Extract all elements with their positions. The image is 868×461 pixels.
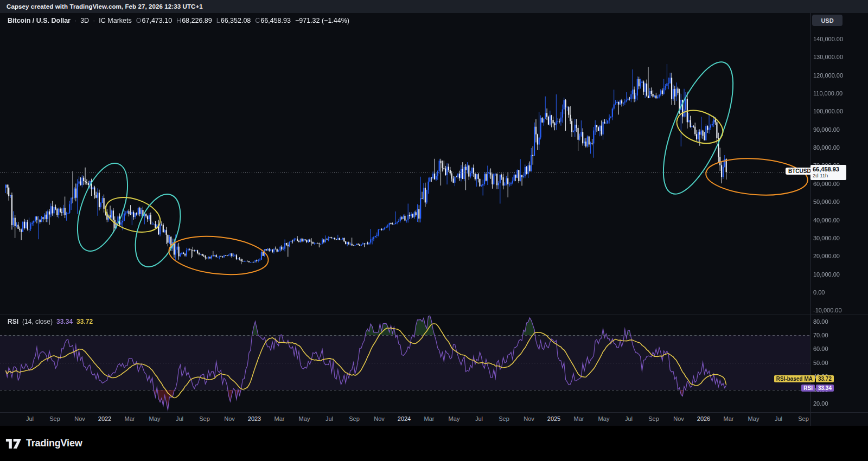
attribution-text: Capsey created with TradingView.com, Feb…	[7, 3, 203, 10]
rsi-pane-separator[interactable]	[0, 315, 868, 315]
rsi-axis-badge: RSI 33.34	[801, 385, 834, 392]
time-axis-month-label: Jul	[475, 415, 483, 422]
legend-separator: ·	[93, 17, 95, 24]
high-label: H	[176, 17, 181, 24]
time-axis-month-label: Nov	[374, 415, 385, 422]
rsi-tick: 20.00	[813, 400, 828, 407]
time-axis-month-label: Mar	[724, 415, 734, 422]
close-value: 66,458.93	[260, 17, 291, 24]
time-axis-month-label: Sep	[648, 415, 659, 422]
high-value: 68,226.89	[182, 17, 212, 24]
low-value: 66,352.08	[221, 17, 251, 24]
price-pane-canvas[interactable]	[0, 13, 810, 315]
time-axis-month-label: May	[598, 415, 610, 422]
rsi-tick: 60.00	[813, 345, 828, 352]
rsi-tick: 50.00	[813, 360, 828, 366]
current-price-value: 66,458.93	[813, 166, 844, 173]
rsi-tick: 80.00	[813, 318, 828, 325]
rsi-current-value: 33.34	[56, 318, 73, 325]
symbol-name[interactable]: Bitcoin / U.S. Dollar	[8, 17, 71, 24]
time-axis-month-label: May	[299, 415, 310, 422]
legend-separator: ·	[74, 17, 76, 24]
interval-label[interactable]: 3D	[80, 17, 89, 24]
time-axis[interactable]: JulSepNov2022MarMayJulSepNov2023MarMayJu…	[0, 412, 810, 426]
time-axis-month-label: Sep	[49, 415, 60, 422]
tradingview-glyph-icon	[5, 438, 22, 450]
time-axis-month-label: Jul	[176, 415, 183, 422]
rsi-ma-axis-badge: RSI-based MA 33.72	[774, 375, 834, 382]
open-value: 67,473.10	[142, 17, 173, 24]
close-label: C	[255, 17, 260, 24]
time-axis-month-label: Nov	[524, 415, 534, 422]
time-axis-month-label: Sep	[499, 415, 509, 422]
rsi-axis[interactable]: 80.0070.0060.0050.0040.0030.0020.00	[810, 0, 868, 426]
rsi-ma-badge-name: RSI-based MA	[774, 375, 815, 382]
rsi-ma-current-value: 33.72	[76, 318, 93, 325]
time-axis-month-label: Nov	[224, 415, 235, 422]
time-axis-month-label: Mar	[424, 415, 435, 422]
rsi-tick: 70.00	[813, 332, 828, 338]
time-axis-month-label: Sep	[798, 415, 809, 422]
change-value: −971.32 (−1.44%)	[295, 17, 349, 24]
chart-legend[interactable]: Bitcoin / U.S. Dollar · 3D · IC Markets …	[8, 17, 349, 24]
time-axis-month-label: Nov	[74, 415, 85, 422]
time-axis-month-label: Jul	[326, 415, 333, 422]
time-axis-month-label: Jul	[625, 415, 633, 422]
bottom-bar: TradingView	[0, 426, 868, 461]
price-line-symbol-tag: BTCUSD	[786, 168, 814, 175]
rsi-legend[interactable]: RSI (14, close) 33.34 33.72	[8, 318, 93, 325]
time-axis-month-label: May	[748, 415, 760, 422]
exchange-label[interactable]: IC Markets	[99, 17, 131, 24]
time-axis-month-label: Mar	[574, 415, 584, 422]
time-axis-month-label: Mar	[275, 415, 285, 422]
tradingview-logo[interactable]: TradingView	[5, 438, 82, 450]
time-axis-month-label: Sep	[349, 415, 360, 422]
time-axis-month-label: Nov	[673, 415, 684, 422]
open-label: O	[136, 17, 142, 24]
time-axis-month-label: Jul	[775, 415, 782, 422]
rsi-badge-name: RSI	[801, 385, 815, 392]
time-axis-year-label: 2022	[98, 415, 111, 422]
attribution-bar: Capsey created with TradingView.com, Feb…	[0, 0, 868, 13]
rsi-ma-badge-value: 33.72	[816, 375, 834, 382]
time-axis-year-label: 2023	[248, 415, 261, 422]
rsi-badge-value: 33.34	[816, 385, 834, 392]
currency-toggle-button[interactable]: USD	[812, 15, 843, 26]
rsi-params[interactable]: (14, close)	[22, 318, 53, 325]
low-label: L	[216, 17, 220, 24]
current-price-label: 66,458.93 2d 11h	[810, 165, 846, 180]
time-axis-month-label: Sep	[199, 415, 210, 422]
time-axis-month-label: Jul	[26, 415, 34, 422]
time-axis-year-label: 2024	[398, 415, 411, 422]
tradingview-logo-text: TradingView	[26, 438, 82, 449]
time-axis-month-label: Mar	[125, 415, 135, 422]
time-axis-month-label: May	[449, 415, 460, 422]
time-axis-year-label: 2026	[697, 415, 710, 422]
rsi-title[interactable]: RSI	[8, 318, 18, 325]
rsi-pane-canvas[interactable]	[0, 315, 810, 412]
candle-countdown: 2d 11h	[813, 173, 844, 179]
time-axis-month-label: May	[149, 415, 161, 422]
time-axis-year-label: 2025	[547, 415, 560, 422]
